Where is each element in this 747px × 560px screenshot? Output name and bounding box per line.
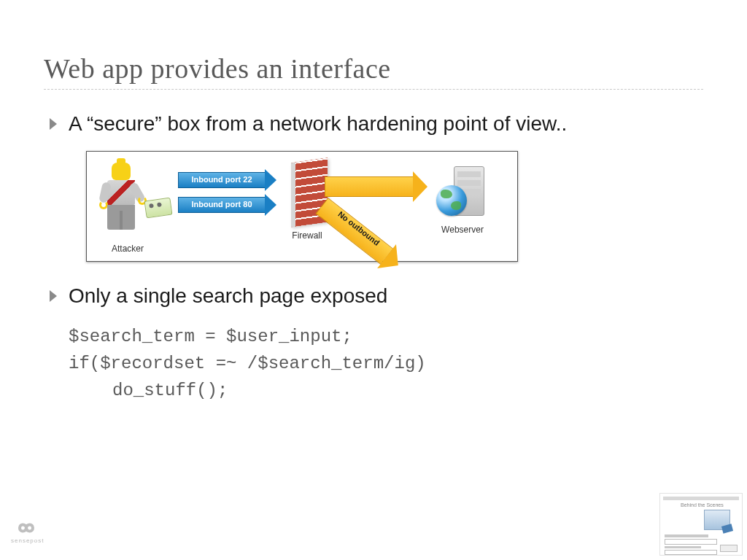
title-divider — [44, 89, 703, 90]
webserver-label: Webserver — [437, 225, 488, 235]
device-icon — [144, 197, 173, 218]
attacker-label: Attacker — [106, 244, 150, 254]
arrow-inbound-22-icon: Inbound port 22 — [178, 172, 266, 188]
slide-title: Web app provides an interface — [44, 52, 703, 85]
infinity-icon — [14, 520, 39, 536]
thumb-button — [720, 545, 738, 552]
bullet-1: A “secure” box from a network hardening … — [44, 110, 703, 138]
slide: Web app provides an interface A “secure”… — [0, 0, 747, 560]
thumb-label — [665, 534, 708, 537]
bullet-list: A “secure” box from a network hardening … — [44, 110, 703, 138]
arrow-to-webserver-icon — [325, 176, 414, 197]
bullet-2: Only a single search page exposed — [44, 282, 703, 310]
firewall-label: Firewall — [285, 230, 329, 241]
brand-logo: sensepost — [11, 520, 42, 544]
thumb-label — [665, 546, 701, 548]
code-line-1: $search_term = $user_input; — [69, 327, 352, 346]
thumb-title: Behind the Scenes — [681, 502, 724, 508]
lego-minifig-icon — [101, 163, 145, 236]
code-line-3: do_stuff(); — [69, 377, 228, 404]
next-slide-thumbnail[interactable]: Behind the Scenes — [659, 493, 743, 556]
network-diagram: Attacker Inbound port 22 Inbound port 80… — [86, 151, 518, 262]
webserver-icon — [433, 162, 492, 228]
globe-icon — [436, 185, 467, 216]
diagram-container: Attacker Inbound port 22 Inbound port 80… — [86, 151, 703, 262]
thumb-picture-icon — [704, 510, 730, 530]
code-line-2: if($recordset =~ /$search_term/ig) — [69, 354, 426, 373]
code-block: $search_term = $user_input; if($recordse… — [69, 323, 703, 405]
brand-name: sensepost — [11, 537, 42, 544]
bullet-list-2: Only a single search page exposed — [44, 282, 703, 310]
thumb-field — [665, 539, 717, 545]
arrow-inbound-80-icon: Inbound port 80 — [178, 197, 266, 213]
thumb-titlebar — [663, 497, 739, 500]
attacker-icon — [101, 163, 160, 243]
thumb-field — [665, 550, 717, 555]
